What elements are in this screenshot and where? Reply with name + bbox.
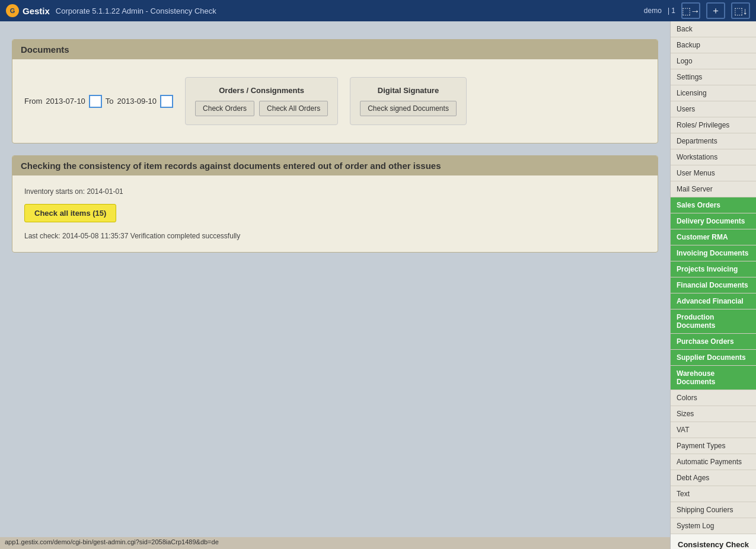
- sidebar-item-label: Supplier Documents: [677, 353, 746, 362]
- sidebar-item-label: Shipping Couriers: [677, 506, 733, 514]
- sidebar-item-customer-rma[interactable]: Customer RMA: [671, 229, 756, 245]
- last-check-text: Last check: 2014-05-08 11:35:37 Verifica…: [24, 232, 646, 240]
- sidebar-item-label: Text: [677, 490, 690, 498]
- sidebar-item-label: Mail Server: [677, 185, 713, 193]
- sidebar-item-back[interactable]: Back: [671, 21, 756, 37]
- add-button[interactable]: ＋: [706, 2, 725, 19]
- sidebar-item-workstations[interactable]: Workstations: [671, 149, 756, 165]
- sidebar-item-label: Financial Documents: [677, 281, 748, 289]
- sidebar-item-vat[interactable]: VAT: [671, 422, 756, 438]
- exit-button[interactable]: ⬚→: [681, 2, 700, 19]
- sidebar-item-label: Settings: [677, 73, 702, 81]
- sidebar-item-mail-server[interactable]: Mail Server: [671, 181, 756, 197]
- sidebar-item-label: Automatic Payments: [677, 458, 742, 466]
- sidebar-item-label: Roles/ Privileges: [677, 121, 729, 129]
- check-signed-button[interactable]: Check signed Documents: [360, 101, 457, 116]
- sidebar-item-financial-documents[interactable]: Financial Documents: [671, 277, 756, 293]
- sidebar-item-label: Customer RMA: [677, 233, 728, 241]
- app-title: Corporate 5.1.1.22 Admin - Consistency C…: [56, 7, 216, 15]
- import-button[interactable]: ⬚↓: [731, 2, 750, 19]
- sidebar-item-label: Users: [677, 105, 695, 113]
- sidebar-item-licensing[interactable]: Licensing: [671, 85, 756, 101]
- sidebar-item-label: Debt Ages: [677, 474, 709, 482]
- logo-area: G Gestix: [6, 4, 50, 17]
- digital-btn-row: Check signed Documents: [360, 101, 457, 116]
- sidebar-item-text[interactable]: Text: [671, 486, 756, 502]
- sidebar-item-invoicing-documents[interactable]: Invoicing Documents: [671, 245, 756, 261]
- sidebar-item-debt-ages[interactable]: Debt Ages: [671, 470, 756, 486]
- sidebar-item-sizes[interactable]: Sizes: [671, 406, 756, 422]
- to-date-picker[interactable]: [160, 95, 173, 108]
- sidebar-item-label: Delivery Documents: [677, 217, 745, 225]
- sidebar-item-users[interactable]: Users: [671, 101, 756, 117]
- sidebar-item-label: User Menus: [677, 169, 715, 177]
- orders-btn-row: Check Orders Check All Orders: [195, 101, 328, 116]
- sidebar-item-label: Sizes: [677, 410, 694, 418]
- from-date-picker[interactable]: [89, 95, 102, 108]
- sidebar-item-label: Advanced Financial: [677, 297, 744, 305]
- statusbar: app1.gestix.com/demo/cgi-bin/gest-admin.…: [0, 537, 670, 549]
- documents-title: Documents: [12, 40, 658, 59]
- documents-card: Documents From 2013-07-10 To 2013-09-10 …: [12, 39, 658, 143]
- sidebar-item-payment-types[interactable]: Payment Types: [671, 438, 756, 454]
- sidebar-item-backup[interactable]: Backup: [671, 37, 756, 53]
- sidebar-item-label: Warehouse Documents: [677, 369, 715, 386]
- sidebar-item-projects-invoicing[interactable]: Projects Invoicing: [671, 261, 756, 277]
- sidebar-item-label: Licensing: [677, 89, 707, 97]
- sidebar-item-user-menus[interactable]: User Menus: [671, 165, 756, 181]
- sidebar-item-label: Logo: [677, 57, 693, 65]
- separator: | 1: [668, 7, 675, 15]
- consistency-card: Checking the consistency of item records…: [12, 155, 658, 253]
- sidebar-item-advanced-financial[interactable]: Advanced Financial: [671, 293, 756, 309]
- sidebar-item-colors[interactable]: Colors: [671, 390, 756, 406]
- sidebar-item-purchase-orders[interactable]: Purchase Orders: [671, 334, 756, 350]
- sidebar-item-settings[interactable]: Settings: [671, 69, 756, 85]
- sidebar-item-label: Backup: [677, 41, 700, 49]
- header: G Gestix Corporate 5.1.1.22 Admin - Cons…: [0, 0, 756, 21]
- logo-icon: G: [6, 4, 19, 17]
- sidebar-item-delivery-documents[interactable]: Delivery Documents: [671, 213, 756, 229]
- sidebar-item-supplier-documents[interactable]: Supplier Documents: [671, 350, 756, 366]
- sidebar-item-roles-privileges[interactable]: Roles/ Privileges: [671, 117, 756, 133]
- from-label: From: [24, 97, 42, 106]
- check-orders-button[interactable]: Check Orders: [195, 101, 254, 116]
- sidebar-item-departments[interactable]: Departments: [671, 133, 756, 149]
- sidebar-item-shipping-couriers[interactable]: Shipping Couriers: [671, 502, 756, 518]
- sidebar-item-warehouse-documents[interactable]: Warehouse Documents: [671, 366, 756, 390]
- orders-title: Orders / Consignments: [195, 86, 328, 95]
- sidebar-item-logo[interactable]: Logo: [671, 53, 756, 69]
- sidebar-item-consistency-check[interactable]: Consistency Check: [671, 534, 756, 549]
- digital-title: Digital Signature: [360, 86, 457, 95]
- sidebar-item-label: Sales Orders: [677, 201, 720, 209]
- sidebar-item-label: Consistency Check: [678, 540, 749, 549]
- sidebar-item-label: VAT: [677, 426, 690, 434]
- sidebar-item-label: Invoicing Documents: [677, 249, 748, 257]
- sidebar-item-sales-orders[interactable]: Sales Orders: [671, 197, 756, 213]
- sidebar: BackBackupLogoSettingsLicensingUsersRole…: [670, 21, 756, 549]
- logo-text: Gestix: [23, 6, 50, 16]
- main-content: Documents From 2013-07-10 To 2013-09-10 …: [0, 21, 670, 549]
- sidebar-item-automatic-payments[interactable]: Automatic Payments: [671, 454, 756, 470]
- consistency-title: Checking the consistency of item records…: [12, 156, 658, 175]
- sidebar-item-system-log[interactable]: System Log: [671, 518, 756, 534]
- layout: Documents From 2013-07-10 To 2013-09-10 …: [0, 21, 756, 549]
- sidebar-item-label: Purchase Orders: [677, 337, 734, 346]
- digital-section: Digital Signature Check signed Documents: [350, 77, 467, 125]
- sidebar-item-label: System Log: [677, 522, 714, 530]
- sidebar-item-label: Back: [677, 25, 693, 33]
- sidebar-item-label: Projects Invoicing: [677, 265, 738, 273]
- sidebar-item-label: Workstations: [677, 153, 717, 161]
- from-value: 2013-07-10: [46, 97, 85, 106]
- check-all-items-button[interactable]: Check all items (15): [24, 204, 116, 222]
- sidebar-item-label: Departments: [677, 137, 717, 145]
- sidebar-item-label: Payment Types: [677, 442, 726, 450]
- to-value: 2013-09-10: [117, 97, 157, 106]
- sidebar-item-label: Production Documents: [677, 313, 715, 330]
- inventory-label: Inventory starts on: 2014-01-01: [24, 187, 646, 196]
- date-group: From 2013-07-10 To 2013-09-10: [24, 95, 173, 108]
- sidebar-item-label: Colors: [677, 394, 697, 402]
- user-info: demo: [644, 7, 662, 15]
- check-all-orders-button[interactable]: Check All Orders: [259, 101, 328, 116]
- sidebar-item-production-documents[interactable]: Production Documents: [671, 309, 756, 334]
- docs-row: From 2013-07-10 To 2013-09-10 Orders / C…: [24, 71, 646, 131]
